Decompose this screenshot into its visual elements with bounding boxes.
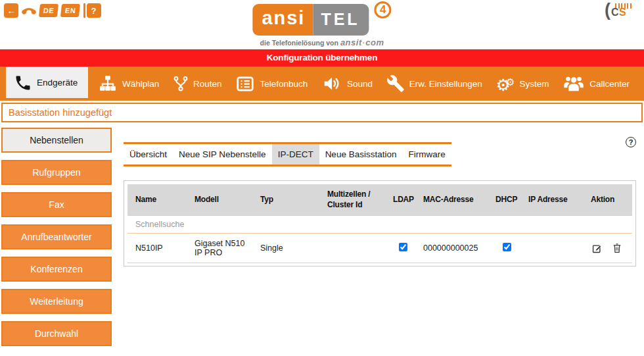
phone-handset-icon[interactable] — [22, 3, 36, 18]
ldap-checkbox[interactable] — [399, 243, 407, 251]
sidebar-item-nebenstellen[interactable]: Nebenstellen — [1, 128, 112, 153]
question-mark-icon: ? — [87, 3, 101, 18]
nav-item-erw-einstellungen[interactable]: Erw. Einstellungen — [382, 66, 486, 101]
col-name: Name — [127, 192, 189, 208]
nav-label: Routen — [193, 79, 222, 89]
language-de-flag[interactable]: DE — [39, 4, 58, 17]
sidebar: Nebenstellen Rufgruppen Fax Anrufbeantwo… — [0, 128, 112, 353]
tagline-text: die Telefonielösung von — [260, 39, 338, 47]
tagline-brand: ansit — [340, 38, 362, 47]
nav-item-routen[interactable]: Routen — [169, 66, 226, 101]
edit-icon[interactable] — [592, 243, 602, 253]
quick-search-row — [127, 216, 632, 234]
help-book-icon[interactable]: ? — [83, 3, 101, 18]
sitemap-icon — [98, 75, 118, 92]
col-modell: Modell — [189, 192, 255, 208]
cell-modell: Gigaset N510 IP PRO — [189, 236, 255, 260]
logo-tagline: die Telefonielösung von ansit·com — [252, 38, 391, 47]
tagline-brand-dot: · — [363, 39, 365, 47]
main-nav: Endgeräte Wählplan Routen Telefonbuch — [0, 66, 644, 101]
nav-item-system[interactable]: ⚙⚙ System — [492, 66, 553, 101]
nav-label: Erw. Einstellungen — [409, 79, 482, 89]
nav-label: Sound — [347, 79, 373, 89]
cell-aktion — [586, 240, 632, 256]
tab-bar: Übersicht Neue SIP Nebenstelle IP-DECT N… — [124, 142, 451, 166]
quick-search-input[interactable] — [135, 220, 603, 229]
col-ip-adresse: IP Adresse — [523, 192, 586, 208]
tab-uebersicht[interactable]: Übersicht — [124, 144, 173, 165]
context-help-icon[interactable]: ? — [626, 137, 636, 147]
sidebar-item-anrufbeantworter[interactable]: Anrufbeantworter — [1, 224, 112, 249]
sidebar-item-fax[interactable]: Fax — [1, 192, 112, 217]
tab-ip-dect[interactable]: IP-DECT — [272, 144, 319, 165]
cell-name: N510IP — [127, 241, 189, 255]
table-header-row: Name Modell Typ Multizellen / Cluster Id… — [127, 184, 632, 216]
dhcp-checkbox[interactable] — [503, 243, 511, 251]
cs-logo: ( C S — [605, 3, 633, 24]
nav-item-sound[interactable]: Sound — [317, 66, 377, 101]
nav-item-callcenter[interactable]: Callcenter — [559, 66, 633, 101]
main-area: Nebenstellen Rufgruppen Fax Anrufbeantwo… — [0, 122, 644, 353]
cell-typ: Single — [255, 241, 322, 255]
col-aktion: Aktion — [586, 192, 632, 208]
col-dhcp: DHCP — [490, 192, 523, 208]
sidebar-item-durchwahl[interactable]: Durchwahl — [1, 321, 112, 346]
cell-ldap — [388, 240, 418, 256]
logo-version-badge: 4 — [375, 1, 392, 18]
content-area: ? Übersicht Neue SIP Nebenstelle IP-DECT… — [112, 128, 644, 353]
tab-neue-sip-nebenstelle[interactable]: Neue SIP Nebenstelle — [173, 144, 272, 165]
tab-firmware[interactable]: Firmware — [402, 144, 451, 165]
nav-label: Endgeräte — [37, 78, 78, 88]
wrench-icon — [386, 74, 405, 93]
phone-icon — [14, 74, 32, 92]
routes-icon — [173, 74, 189, 93]
top-header: ← DE EN ? ansiTEL 4 die Telefonielösung … — [0, 0, 644, 49]
logo-tel: TEL — [313, 4, 369, 36]
nav-label: Callcenter — [589, 79, 630, 89]
nav-label: Wählplan — [122, 79, 159, 89]
nav-label: Telefonbuch — [260, 79, 308, 89]
apply-configuration-bar[interactable]: Konfiguration übernehmen — [0, 49, 644, 66]
sidebar-item-rufgruppen[interactable]: Rufgruppen — [1, 160, 112, 185]
logout-icon[interactable]: ← — [4, 3, 18, 18]
nav-item-telefonbuch[interactable]: Telefonbuch — [231, 66, 311, 101]
cell-mac-adresse: 000000000025 — [418, 241, 490, 255]
help-bar — [83, 3, 85, 18]
cell-ip-adresse — [523, 245, 586, 251]
status-message: Basisstation hinzugefügt — [1, 103, 643, 122]
top-toolbar: ← DE EN ? — [4, 3, 101, 18]
cs-handset-icon: ( — [605, 0, 610, 20]
phonebook-icon — [235, 75, 255, 93]
cs-letter-s: S — [619, 7, 626, 18]
sidebar-item-weiterleitung[interactable]: Weiterleitung — [1, 289, 112, 314]
table-row: N510IP Gigaset N510 IP PRO Single 000000… — [127, 234, 632, 263]
device-table: Name Modell Typ Multizellen / Cluster Id… — [124, 180, 636, 267]
ansitel-logo[interactable]: ansiTEL 4 die Telefonielösung von ansit·… — [252, 4, 391, 47]
col-ldap: LDAP — [388, 192, 418, 208]
nav-item-waehlplan[interactable]: Wählplan — [94, 66, 163, 101]
tab-neue-basisstation[interactable]: Neue Basisstation — [319, 144, 403, 165]
col-multizellen: Multizellen / Cluster Id — [322, 187, 388, 213]
language-en-flag[interactable]: EN — [60, 4, 80, 17]
nav-label: System — [519, 79, 549, 89]
delete-icon[interactable] — [612, 243, 622, 253]
people-icon — [563, 74, 585, 93]
gears-icon: ⚙⚙ — [496, 76, 515, 91]
speaker-icon — [321, 74, 342, 93]
tagline-brand-suffix: com — [365, 38, 384, 47]
col-mac-adresse: MAC-Adresse — [418, 192, 490, 208]
logo-ansi: ansi — [252, 4, 313, 36]
cell-dhcp — [490, 240, 523, 256]
nav-item-endgeraete[interactable]: Endgeräte — [6, 67, 88, 98]
col-typ: Typ — [255, 192, 322, 208]
cs-letter-c: C — [611, 7, 619, 18]
sidebar-item-konferenzen[interactable]: Konferenzen — [1, 257, 112, 282]
cell-multizellen — [322, 245, 388, 251]
